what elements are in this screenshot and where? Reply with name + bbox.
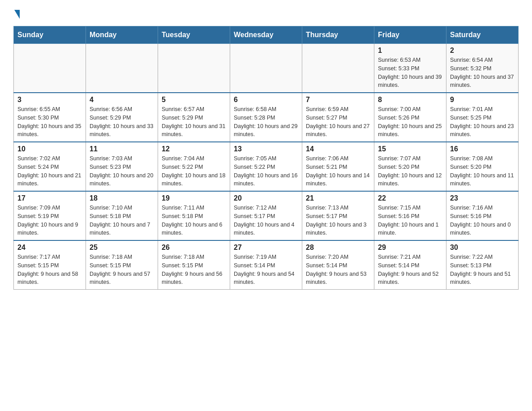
logo-wordmark bbox=[13, 9, 20, 19]
calendar-cell: 11Sunrise: 7:03 AMSunset: 5:23 PMDayligh… bbox=[86, 142, 158, 191]
day-info: Sunrise: 7:02 AMSunset: 5:24 PMDaylight:… bbox=[17, 154, 82, 188]
day-info: Sunrise: 7:12 AMSunset: 5:17 PMDaylight:… bbox=[234, 204, 298, 237]
day-number: 15 bbox=[378, 145, 442, 153]
calendar-header-wednesday: Wednesday bbox=[230, 26, 302, 44]
day-info: Sunrise: 6:56 AMSunset: 5:29 PMDaylight:… bbox=[90, 105, 154, 139]
day-number: 14 bbox=[306, 145, 370, 153]
day-info: Sunrise: 7:07 AMSunset: 5:20 PMDaylight:… bbox=[378, 154, 442, 188]
calendar-week-row: 17Sunrise: 7:09 AMSunset: 5:19 PMDayligh… bbox=[14, 191, 519, 240]
logo bbox=[13, 9, 20, 17]
day-info: Sunrise: 7:16 AMSunset: 5:16 PMDaylight:… bbox=[450, 204, 515, 237]
calendar-cell bbox=[230, 44, 302, 93]
day-info: Sunrise: 7:13 AMSunset: 5:17 PMDaylight:… bbox=[306, 204, 370, 237]
day-info: Sunrise: 7:08 AMSunset: 5:20 PMDaylight:… bbox=[450, 154, 515, 188]
day-info: Sunrise: 7:01 AMSunset: 5:25 PMDaylight:… bbox=[450, 105, 515, 139]
day-number: 2 bbox=[450, 47, 515, 55]
day-number: 9 bbox=[450, 96, 515, 104]
day-info: Sunrise: 7:06 AMSunset: 5:21 PMDaylight:… bbox=[306, 154, 370, 188]
calendar-cell: 23Sunrise: 7:16 AMSunset: 5:16 PMDayligh… bbox=[446, 191, 519, 240]
calendar-week-row: 1Sunrise: 6:53 AMSunset: 5:33 PMDaylight… bbox=[14, 44, 519, 93]
calendar-cell: 10Sunrise: 7:02 AMSunset: 5:24 PMDayligh… bbox=[14, 142, 86, 191]
day-number: 18 bbox=[90, 194, 154, 202]
day-number: 16 bbox=[450, 145, 515, 153]
calendar-cell: 29Sunrise: 7:21 AMSunset: 5:14 PMDayligh… bbox=[374, 240, 446, 290]
calendar-cell: 13Sunrise: 7:05 AMSunset: 5:22 PMDayligh… bbox=[230, 142, 302, 191]
logo-triangle-icon bbox=[14, 10, 20, 19]
day-info: Sunrise: 7:00 AMSunset: 5:26 PMDaylight:… bbox=[378, 105, 442, 139]
day-info: Sunrise: 7:18 AMSunset: 5:15 PMDaylight:… bbox=[162, 253, 226, 287]
calendar-cell bbox=[302, 44, 374, 93]
day-number: 29 bbox=[378, 244, 442, 252]
day-number: 30 bbox=[450, 244, 515, 252]
day-number: 3 bbox=[17, 96, 82, 104]
calendar-cell: 22Sunrise: 7:15 AMSunset: 5:16 PMDayligh… bbox=[374, 191, 446, 240]
calendar-cell: 24Sunrise: 7:17 AMSunset: 5:15 PMDayligh… bbox=[14, 240, 86, 290]
calendar-cell bbox=[86, 44, 158, 93]
calendar-header-row: SundayMondayTuesdayWednesdayThursdayFrid… bbox=[14, 26, 519, 44]
calendar-cell: 25Sunrise: 7:18 AMSunset: 5:15 PMDayligh… bbox=[86, 240, 158, 290]
day-info: Sunrise: 6:54 AMSunset: 5:32 PMDaylight:… bbox=[450, 56, 515, 90]
day-number: 6 bbox=[234, 96, 298, 104]
calendar-header-thursday: Thursday bbox=[302, 26, 374, 44]
day-number: 20 bbox=[234, 194, 298, 202]
day-number: 26 bbox=[162, 244, 226, 252]
calendar-cell: 6Sunrise: 6:58 AMSunset: 5:28 PMDaylight… bbox=[230, 93, 302, 142]
day-info: Sunrise: 7:19 AMSunset: 5:14 PMDaylight:… bbox=[234, 253, 298, 287]
day-info: Sunrise: 7:03 AMSunset: 5:23 PMDaylight:… bbox=[90, 154, 154, 188]
day-number: 21 bbox=[306, 194, 370, 202]
calendar-cell: 28Sunrise: 7:20 AMSunset: 5:14 PMDayligh… bbox=[302, 240, 374, 290]
calendar-cell: 19Sunrise: 7:11 AMSunset: 5:18 PMDayligh… bbox=[158, 191, 230, 240]
day-info: Sunrise: 7:18 AMSunset: 5:15 PMDaylight:… bbox=[90, 253, 154, 287]
day-number: 27 bbox=[234, 244, 298, 252]
calendar-cell: 3Sunrise: 6:55 AMSunset: 5:30 PMDaylight… bbox=[14, 93, 86, 142]
calendar-header-saturday: Saturday bbox=[446, 26, 519, 44]
calendar-cell: 5Sunrise: 6:57 AMSunset: 5:29 PMDaylight… bbox=[158, 93, 230, 142]
calendar-cell: 30Sunrise: 7:22 AMSunset: 5:13 PMDayligh… bbox=[446, 240, 519, 290]
calendar-week-row: 3Sunrise: 6:55 AMSunset: 5:30 PMDaylight… bbox=[14, 93, 519, 142]
day-number: 12 bbox=[162, 145, 226, 153]
day-info: Sunrise: 6:59 AMSunset: 5:27 PMDaylight:… bbox=[306, 105, 370, 139]
day-info: Sunrise: 6:55 AMSunset: 5:30 PMDaylight:… bbox=[17, 105, 82, 139]
day-info: Sunrise: 6:57 AMSunset: 5:29 PMDaylight:… bbox=[162, 105, 226, 139]
calendar-cell: 2Sunrise: 6:54 AMSunset: 5:32 PMDaylight… bbox=[446, 44, 519, 93]
day-number: 4 bbox=[90, 96, 154, 104]
day-info: Sunrise: 6:58 AMSunset: 5:28 PMDaylight:… bbox=[234, 105, 298, 139]
calendar-cell: 17Sunrise: 7:09 AMSunset: 5:19 PMDayligh… bbox=[14, 191, 86, 240]
calendar-cell: 27Sunrise: 7:19 AMSunset: 5:14 PMDayligh… bbox=[230, 240, 302, 290]
day-number: 19 bbox=[162, 194, 226, 202]
day-number: 1 bbox=[378, 47, 442, 55]
day-info: Sunrise: 7:20 AMSunset: 5:14 PMDaylight:… bbox=[306, 253, 370, 287]
day-number: 8 bbox=[378, 96, 442, 104]
calendar-header-tuesday: Tuesday bbox=[158, 26, 230, 44]
day-number: 5 bbox=[162, 96, 226, 104]
calendar-table: SundayMondayTuesdayWednesdayThursdayFrid… bbox=[13, 26, 519, 290]
calendar-cell: 7Sunrise: 6:59 AMSunset: 5:27 PMDaylight… bbox=[302, 93, 374, 142]
day-info: Sunrise: 7:15 AMSunset: 5:16 PMDaylight:… bbox=[378, 204, 442, 237]
day-info: Sunrise: 7:22 AMSunset: 5:13 PMDaylight:… bbox=[450, 253, 515, 287]
calendar-cell: 12Sunrise: 7:04 AMSunset: 5:22 PMDayligh… bbox=[158, 142, 230, 191]
day-info: Sunrise: 7:21 AMSunset: 5:14 PMDaylight:… bbox=[378, 253, 442, 287]
day-number: 7 bbox=[306, 96, 370, 104]
calendar-cell: 15Sunrise: 7:07 AMSunset: 5:20 PMDayligh… bbox=[374, 142, 446, 191]
day-number: 24 bbox=[17, 244, 82, 252]
day-info: Sunrise: 7:17 AMSunset: 5:15 PMDaylight:… bbox=[17, 253, 82, 287]
calendar-cell: 9Sunrise: 7:01 AMSunset: 5:25 PMDaylight… bbox=[446, 93, 519, 142]
calendar-week-row: 24Sunrise: 7:17 AMSunset: 5:15 PMDayligh… bbox=[14, 240, 519, 290]
day-info: Sunrise: 7:09 AMSunset: 5:19 PMDaylight:… bbox=[17, 204, 82, 237]
day-info: Sunrise: 7:05 AMSunset: 5:22 PMDaylight:… bbox=[234, 154, 298, 188]
calendar-cell: 18Sunrise: 7:10 AMSunset: 5:18 PMDayligh… bbox=[86, 191, 158, 240]
day-info: Sunrise: 6:53 AMSunset: 5:33 PMDaylight:… bbox=[378, 56, 442, 90]
calendar-cell: 26Sunrise: 7:18 AMSunset: 5:15 PMDayligh… bbox=[158, 240, 230, 290]
day-number: 17 bbox=[17, 194, 82, 202]
day-number: 11 bbox=[90, 145, 154, 153]
day-number: 10 bbox=[17, 145, 82, 153]
day-number: 28 bbox=[306, 244, 370, 252]
calendar-cell bbox=[14, 44, 86, 93]
calendar-cell: 21Sunrise: 7:13 AMSunset: 5:17 PMDayligh… bbox=[302, 191, 374, 240]
day-number: 13 bbox=[234, 145, 298, 153]
calendar-cell: 1Sunrise: 6:53 AMSunset: 5:33 PMDaylight… bbox=[374, 44, 446, 93]
day-number: 25 bbox=[90, 244, 154, 252]
day-info: Sunrise: 7:10 AMSunset: 5:18 PMDaylight:… bbox=[90, 204, 154, 237]
day-info: Sunrise: 7:04 AMSunset: 5:22 PMDaylight:… bbox=[162, 154, 226, 188]
calendar-cell: 20Sunrise: 7:12 AMSunset: 5:17 PMDayligh… bbox=[230, 191, 302, 240]
